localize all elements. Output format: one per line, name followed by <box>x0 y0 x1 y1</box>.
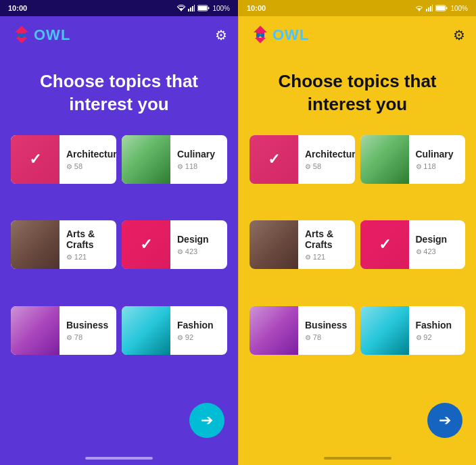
topic-info-design-right: Design 423 <box>409 220 466 269</box>
topic-name-arts-left: Arts & Crafts <box>66 228 110 250</box>
topic-info-fashion-left: Fashion 92 <box>170 306 227 355</box>
yellow-panel: 10:00 100% <box>238 0 476 465</box>
battery-icon-purple <box>197 5 210 11</box>
svg-point-22 <box>260 33 264 37</box>
topic-card-business-left[interactable]: Business 78 <box>11 306 116 355</box>
topic-count-culinary-left: 118 <box>177 162 220 170</box>
owl-logo-purple <box>11 24 32 46</box>
topic-count-fashion-left: 92 <box>177 333 220 341</box>
bottom-bar-purple <box>0 451 238 465</box>
topic-info-culinary-right: Culinary 118 <box>409 135 466 184</box>
fab-button-purple[interactable]: ➔ <box>189 403 224 438</box>
status-time-yellow: 10:00 <box>247 4 266 12</box>
topic-count-architecture-right: 58 <box>305 162 355 170</box>
settings-icon-yellow[interactable]: ⚙ <box>453 27 465 43</box>
battery-pct-yellow: 100% <box>450 5 468 12</box>
svg-point-10 <box>22 33 26 37</box>
topic-image-fashion-right <box>360 306 409 355</box>
topic-image-architecture-left: ✓ <box>11 135 60 184</box>
check-icon-design-left: ✓ <box>140 236 152 253</box>
svg-point-12 <box>419 10 420 11</box>
svg-point-21 <box>256 33 260 37</box>
topic-count-architecture-left: 58 <box>66 162 116 170</box>
svg-marker-11 <box>16 38 27 43</box>
selected-overlay-design-left: ✓ <box>122 220 170 269</box>
topic-card-culinary-right[interactable]: Culinary 118 <box>360 135 466 184</box>
check-icon-architecture-right: ✓ <box>268 151 280 168</box>
svg-rect-13 <box>426 9 427 11</box>
svg-rect-7 <box>208 7 210 9</box>
logo-text-yellow: OWL <box>272 26 309 44</box>
owl-logo-yellow <box>249 24 271 46</box>
topic-image-business-right <box>249 306 298 355</box>
status-time-purple: 10:00 <box>8 4 27 12</box>
svg-marker-23 <box>255 38 266 43</box>
purple-panel: 10:00 100% <box>0 0 238 465</box>
topic-count-arts-left: 121 <box>66 253 110 261</box>
hero-yellow: Choose topics that interest you <box>239 54 476 130</box>
settings-icon-purple[interactable]: ⚙ <box>215 27 227 43</box>
topic-card-fashion-left[interactable]: Fashion 92 <box>122 306 227 355</box>
svg-rect-6 <box>198 6 207 10</box>
topic-card-business-right[interactable]: Business 78 <box>249 306 355 355</box>
topic-image-culinary-left <box>122 135 170 184</box>
topic-image-design-right: ✓ <box>360 220 409 269</box>
fab-button-yellow[interactable]: ➔ <box>427 403 462 438</box>
svg-marker-20 <box>254 26 267 38</box>
topic-card-design-right[interactable]: ✓ Design 423 <box>360 220 466 269</box>
topic-info-fashion-right: Fashion 92 <box>409 306 466 355</box>
topic-card-fashion-right[interactable]: Fashion 92 <box>360 306 466 355</box>
topic-info-business-right: Business 78 <box>298 306 355 355</box>
signal-icon-yellow <box>426 5 433 11</box>
logo-purple: OWL <box>11 24 70 46</box>
topic-info-architecture-left: Architecture 58 <box>60 135 116 184</box>
selected-overlay-design-right: ✓ <box>360 220 409 269</box>
topic-name-fashion-left: Fashion <box>177 320 220 331</box>
status-icons-purple: 100% <box>177 5 230 12</box>
logo-text-purple: OWL <box>34 26 70 44</box>
svg-rect-2 <box>190 7 191 11</box>
topic-card-culinary-left[interactable]: Culinary 118 <box>122 135 227 184</box>
svg-rect-4 <box>194 5 195 11</box>
topic-name-culinary-right: Culinary <box>416 149 459 160</box>
topic-name-architecture-left: Architecture <box>66 149 116 160</box>
topic-card-arts-left[interactable]: Arts & Crafts 121 <box>11 220 116 269</box>
header-yellow: OWL ⚙ <box>239 16 476 54</box>
topic-image-arts-left <box>11 220 60 269</box>
hero-title-yellow: Choose topics that interest you <box>252 70 462 116</box>
status-bar-yellow: 10:00 100% <box>239 0 476 16</box>
svg-rect-1 <box>188 9 189 11</box>
topic-card-arts-right[interactable]: Arts & Crafts 121 <box>249 220 355 269</box>
check-icon-architecture-left: ✓ <box>29 151 41 168</box>
svg-marker-8 <box>15 26 28 38</box>
topic-card-design-left[interactable]: ✓ Design 423 <box>122 220 227 269</box>
topic-count-business-left: 78 <box>66 333 110 341</box>
svg-rect-18 <box>436 6 445 10</box>
topic-name-business-left: Business <box>66 320 110 331</box>
topic-name-architecture-right: Architecture <box>305 149 355 160</box>
battery-pct-purple: 100% <box>212 5 230 12</box>
topic-name-design-right: Design <box>416 234 459 245</box>
topic-card-architecture-right[interactable]: ✓ Architecture 58 <box>249 135 355 184</box>
topic-image-architecture-right: ✓ <box>249 135 298 184</box>
svg-rect-16 <box>432 5 433 11</box>
topic-image-culinary-right <box>360 135 409 184</box>
hero-purple: Choose topics that interest you <box>0 54 238 130</box>
topic-info-architecture-right: Architecture 58 <box>298 135 355 184</box>
home-indicator-purple <box>85 457 153 460</box>
svg-rect-19 <box>446 7 448 9</box>
home-indicator-yellow <box>324 457 391 460</box>
topic-count-design-left: 423 <box>177 247 220 255</box>
selected-overlay-architecture-right: ✓ <box>249 135 298 184</box>
topic-count-business-right: 78 <box>305 333 348 341</box>
wifi-icon-purple <box>177 5 185 11</box>
svg-point-9 <box>18 33 22 37</box>
topic-name-arts-right: Arts & Crafts <box>305 228 348 250</box>
battery-icon-yellow <box>435 5 448 11</box>
topic-card-architecture-left[interactable]: ✓ Architecture 58 <box>11 135 116 184</box>
check-icon-design-right: ✓ <box>379 236 391 253</box>
topic-name-fashion-right: Fashion <box>416 320 459 331</box>
topic-image-design-left: ✓ <box>122 220 170 269</box>
topic-count-culinary-right: 118 <box>416 162 459 170</box>
topic-info-design-left: Design 423 <box>170 220 227 269</box>
